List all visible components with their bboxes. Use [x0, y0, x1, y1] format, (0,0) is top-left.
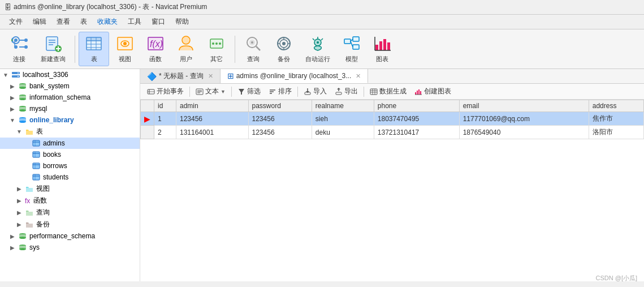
cell-phone-1[interactable]: 18037470495: [374, 112, 459, 126]
sidebar-item-tables-folder[interactable]: ▼ 表: [0, 126, 140, 138]
chart-button[interactable]: 图表: [368, 32, 397, 66]
import-button[interactable]: 导入: [300, 85, 330, 97]
sidebar-item-sys[interactable]: ▶ sys: [0, 242, 140, 253]
function-button[interactable]: f(x) 函数: [141, 32, 170, 66]
svg-point-38: [282, 42, 286, 45]
svg-text:f(x): f(x): [150, 39, 163, 49]
sidebar-item-admins[interactable]: ▶ admins: [0, 138, 140, 149]
generate-data-button[interactable]: 数据生成: [366, 85, 410, 97]
data-table: id admin password realname phone email a…: [140, 100, 644, 281]
backup-button[interactable]: 备份: [269, 32, 299, 66]
sub-sep-4: [364, 87, 364, 97]
query-button[interactable]: 查询: [239, 32, 268, 66]
watermark-text: CSDN @[小瓜]: [595, 275, 637, 281]
sidebar-item-online-library[interactable]: ▼ online_library: [0, 114, 140, 126]
export-button[interactable]: 导出: [331, 85, 361, 97]
col-password[interactable]: password: [248, 100, 312, 112]
cell-password-2[interactable]: 123456: [248, 126, 312, 139]
backup-label: 备份: [278, 55, 290, 63]
table-icon-borrows: [32, 161, 41, 170]
menu-view[interactable]: 查看: [52, 16, 75, 28]
svg-rect-49: [353, 37, 359, 41]
col-id[interactable]: id: [154, 100, 176, 112]
other-button[interactable]: 其它: [202, 32, 231, 66]
cell-email-2[interactable]: 1876549040: [459, 126, 589, 139]
cell-id-1[interactable]: 1: [154, 112, 176, 126]
model-icon: [343, 35, 361, 53]
cell-realname-1[interactable]: sieh: [312, 112, 374, 126]
svg-rect-48: [344, 39, 351, 44]
autorun-button[interactable]: 自动运行: [300, 32, 336, 66]
cell-admin-1[interactable]: 123456: [176, 112, 248, 126]
create-chart-sub-button[interactable]: 创建图表: [411, 85, 455, 97]
cell-email-1[interactable]: 1177701069@qq.com: [459, 112, 589, 126]
sub-toolbar: 开始事务 文本 ▼ 筛选: [140, 84, 644, 100]
text-dropdown[interactable]: ▼: [221, 89, 226, 95]
user-button[interactable]: 用户: [171, 32, 201, 66]
sort-button[interactable]: 排序: [265, 85, 295, 97]
tab-close[interactable]: ✕: [208, 72, 213, 80]
sidebar-item-backup-folder[interactable]: ▶ 备份: [0, 219, 140, 230]
cell-address-2[interactable]: 洛阳市: [589, 126, 643, 139]
cell-admin-2[interactable]: 131164001: [176, 126, 248, 139]
sidebar-item-queries-folder[interactable]: ▶ 查询: [0, 207, 140, 219]
model-button[interactable]: 模型: [337, 32, 366, 66]
table-row[interactable]: ▶ 1 123456 123456 sieh 18037470495 11777…: [141, 112, 644, 126]
menu-tools[interactable]: 工具: [123, 16, 146, 28]
text-button[interactable]: 文本 ▼: [192, 85, 229, 97]
cell-phone-2[interactable]: 13721310417: [374, 126, 459, 139]
col-phone[interactable]: phone: [374, 100, 459, 112]
expand-arrow-mysql: ▶: [9, 106, 16, 112]
table-row[interactable]: 2 131164001 123456 deku 13721310417 1876…: [141, 126, 644, 139]
expand-arrow-sys: ▶: [9, 245, 16, 251]
connect-button[interactable]: 连接: [5, 32, 34, 66]
sub-sep-1: [189, 87, 190, 97]
window-title: admins @online_library (localhost_3306) …: [14, 2, 207, 12]
menu-file[interactable]: 文件: [5, 16, 27, 28]
cell-id-2[interactable]: 2: [154, 126, 176, 139]
query-tab-icon: 🔷: [147, 72, 157, 81]
sort-icon: [269, 88, 276, 96]
menu-favorites[interactable]: 收藏夹: [93, 16, 122, 28]
menu-edit[interactable]: 编辑: [28, 16, 51, 28]
tab-admins-close[interactable]: ✕: [356, 72, 361, 80]
svg-rect-110: [370, 89, 377, 95]
col-email[interactable]: email: [459, 100, 589, 112]
views-folder-icon: [25, 185, 34, 194]
sidebar-item-students[interactable]: ▶ students: [0, 172, 140, 183]
sidebar-item-books[interactable]: ▶ books: [0, 149, 140, 160]
svg-point-68: [19, 98, 26, 100]
cell-realname-2[interactable]: deku: [312, 126, 374, 139]
sidebar-item-perf[interactable]: ▶ performance_schema: [0, 230, 140, 242]
cell-password-1[interactable]: 123456: [248, 112, 312, 126]
tab-query[interactable]: 🔷 * 无标题 - 查询 ✕: [140, 69, 221, 83]
svg-point-3: [24, 38, 28, 42]
table-button[interactable]: 表: [79, 32, 109, 66]
sidebar-item-borrows[interactable]: ▶ borrows: [0, 160, 140, 172]
newquery-button[interactable]: 新建查询: [35, 32, 71, 66]
bank-label: bank_system: [29, 82, 70, 90]
col-realname[interactable]: realname: [312, 100, 374, 112]
admins-label: admins: [43, 139, 65, 147]
svg-point-6: [24, 45, 28, 49]
col-address[interactable]: address: [589, 100, 643, 112]
other-label: 其它: [210, 55, 223, 63]
sidebar-item-localhost[interactable]: ▼ localhost_3306: [0, 69, 140, 80]
sidebar-item-bank[interactable]: ▶ bank_system: [0, 80, 140, 92]
menu-window[interactable]: 窗口: [147, 16, 170, 28]
sidebar-item-functions-folder[interactable]: ▶ fx 函数: [0, 195, 140, 207]
cell-address-1[interactable]: 焦作市: [589, 112, 643, 126]
menu-help[interactable]: 帮助: [171, 16, 193, 28]
col-admin[interactable]: admin: [176, 100, 248, 112]
menu-table[interactable]: 表: [76, 16, 92, 28]
view-button[interactable]: 视图: [110, 32, 140, 66]
svg-line-33: [256, 46, 260, 50]
tab-admins[interactable]: ⊞ admins @online_library (localhost_3...…: [221, 69, 369, 83]
filter-button[interactable]: 筛选: [234, 85, 264, 97]
sidebar-item-views-folder[interactable]: ▶ 视图: [0, 183, 140, 195]
backup-folder-label: 备份: [36, 220, 50, 229]
tables-folder-label: 表: [36, 127, 43, 136]
begin-transaction-button[interactable]: 开始事务: [144, 85, 187, 97]
sidebar-item-info[interactable]: ▶ information_schema: [0, 92, 140, 103]
sidebar-item-mysql[interactable]: ▶ mysql: [0, 103, 140, 114]
